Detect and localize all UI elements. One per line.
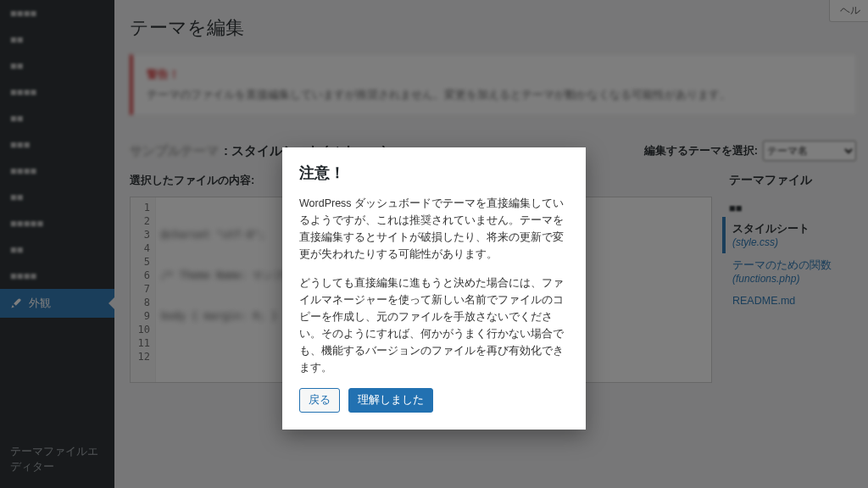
back-button[interactable]: 戻る <box>299 388 340 413</box>
modal-paragraph: どうしても直接編集に進もうと決めた場合には、ファイルマネージャーを使って新しい名… <box>282 274 586 388</box>
modal-paragraph: WordPress ダッシュボードでテーマを直接編集しているようですが、これは推… <box>282 195 586 274</box>
modal-overlay: 注意！ WordPress ダッシュボードでテーマを直接編集しているようですが、… <box>0 0 868 488</box>
warning-modal: 注意！ WordPress ダッシュボードでテーマを直接編集しているようですが、… <box>282 147 586 430</box>
modal-title: 注意！ <box>282 147 586 195</box>
confirm-button[interactable]: 理解しました <box>348 388 433 413</box>
